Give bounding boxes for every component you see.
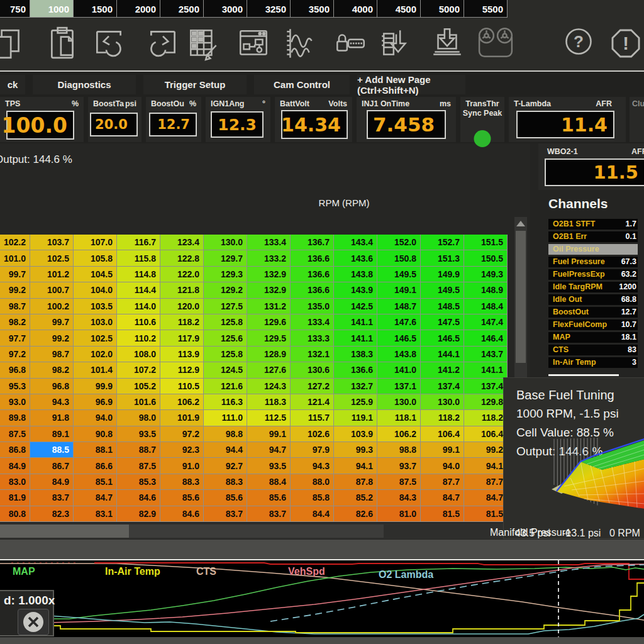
table-cell[interactable]: 88.7 xyxy=(117,442,160,458)
table-cell[interactable]: 93.5 xyxy=(247,458,291,474)
table-cell[interactable]: 127.2 xyxy=(291,379,334,394)
table-cell[interactable]: 85.6 xyxy=(247,490,291,506)
table-cell[interactable]: 82.6 xyxy=(334,506,377,522)
table-cell[interactable]: 84.9 xyxy=(0,458,30,474)
column-header-4000[interactable]: 4000 xyxy=(334,0,377,18)
table-cell[interactable]: 123.4 xyxy=(160,235,204,250)
table-cell[interactable]: 118.2 xyxy=(421,410,464,426)
table-cell[interactable]: 136.6 xyxy=(334,362,377,378)
table-cell[interactable]: 114.4 xyxy=(117,282,160,298)
column-header-3000[interactable]: 3000 xyxy=(204,0,247,18)
table-cell[interactable]: 94.3 xyxy=(291,458,334,474)
table-cell[interactable]: 143.8 xyxy=(377,347,421,362)
channel-boostout[interactable]: BoostOut12.7 xyxy=(548,307,638,318)
table-cell[interactable]: 129.6 xyxy=(247,314,291,330)
table-cell[interactable]: 132.1 xyxy=(291,347,334,362)
table-cell[interactable]: 99.2 xyxy=(0,282,30,298)
table-cell[interactable]: 110.2 xyxy=(117,330,160,346)
splitter-bar[interactable] xyxy=(0,540,644,559)
channel-fuelpressexp[interactable]: FuelPressExp63.2 xyxy=(548,269,638,280)
gauge-transthr-sync[interactable]: TransThr Sync Peak xyxy=(460,97,504,142)
tab-cam-control[interactable]: Cam Control xyxy=(254,75,350,94)
table-cell[interactable]: 84.7 xyxy=(464,490,508,506)
table-cell[interactable]: 129.2 xyxy=(204,282,247,298)
table-cell[interactable]: 118.2 xyxy=(464,410,508,426)
table-cell[interactable]: 110.5 xyxy=(160,379,204,394)
tab-trigger-setup[interactable]: Trigger Setup xyxy=(143,75,247,94)
table-cell[interactable]: 102.0 xyxy=(74,347,117,362)
table-cell[interactable]: 128.9 xyxy=(247,347,291,362)
channel-flexfuelcomp[interactable]: FlexFuelComp10.7 xyxy=(548,319,638,330)
write-laptop-icon[interactable] xyxy=(429,25,465,62)
table-cell[interactable]: 135.0 xyxy=(291,299,334,314)
table-cell[interactable]: 84.6 xyxy=(117,490,160,506)
tab-diagnostics[interactable]: Diagnostics xyxy=(33,75,136,94)
table-cell[interactable]: 99.2 xyxy=(30,330,74,346)
table-cell[interactable]: 98.2 xyxy=(0,314,30,330)
table-cell[interactable]: 85.1 xyxy=(74,474,117,490)
table-cell[interactable]: 150.5 xyxy=(464,250,508,266)
scroll-up-arrow[interactable] xyxy=(516,221,525,226)
table-cell[interactable]: 141.1 xyxy=(334,314,377,330)
table-cell[interactable]: 81.5 xyxy=(421,506,464,522)
table-cell[interactable]: 96.8 xyxy=(0,362,30,378)
table-cell[interactable]: 141.1 xyxy=(464,362,508,378)
table-cell[interactable]: 99.9 xyxy=(74,379,117,394)
column-header-750[interactable]: 750 xyxy=(0,0,30,18)
table-cell[interactable]: 130.0 xyxy=(421,394,464,410)
table-cell[interactable]: 131.2 xyxy=(247,299,291,314)
table-cell[interactable]: 99.1 xyxy=(421,442,464,458)
table-cell[interactable]: 105.8 xyxy=(74,250,117,266)
channel-in-air-temp[interactable]: In-Air Temp3 xyxy=(548,357,638,368)
table-cell[interactable]: 100.2 xyxy=(30,299,74,314)
table-cell[interactable]: 104.0 xyxy=(74,282,117,298)
table-cell[interactable]: 84.6 xyxy=(160,506,204,522)
table-cell[interactable]: 130.6 xyxy=(291,362,334,378)
table-cell[interactable]: 94.1 xyxy=(334,458,377,474)
table-cell[interactable]: 150.8 xyxy=(377,250,421,266)
table-cell[interactable]: 101.6 xyxy=(117,394,160,410)
table-cell[interactable]: 107.2 xyxy=(117,362,160,378)
table-cell[interactable]: 120.0 xyxy=(160,299,204,314)
table-cell[interactable]: 111.0 xyxy=(204,410,247,426)
table-cell[interactable]: 88.0 xyxy=(291,474,334,490)
table-cell[interactable]: 127.6 xyxy=(247,362,291,378)
column-header-3250[interactable]: 3250 xyxy=(247,0,291,18)
table-cell[interactable]: 87.5 xyxy=(0,426,30,442)
table-cell-selected[interactable]: 88.5 xyxy=(30,442,74,458)
table-cell[interactable]: 103.0 xyxy=(74,314,117,330)
table-cell[interactable]: 106.2 xyxy=(160,394,204,410)
table-cell[interactable]: 137.1 xyxy=(377,379,421,394)
table-cell[interactable]: 129.7 xyxy=(204,250,247,266)
table-cell[interactable]: 146.5 xyxy=(421,330,464,346)
table-cell[interactable]: 99.3 xyxy=(334,442,377,458)
table-cell[interactable]: 81.9 xyxy=(0,490,30,506)
table-cell[interactable]: 86.7 xyxy=(30,458,74,474)
table-cell[interactable]: 82.9 xyxy=(117,506,160,522)
channel-o2b1-err[interactable]: O2B1 Err0.1 xyxy=(548,231,638,242)
table-cell[interactable]: 105.2 xyxy=(117,379,160,394)
table-cell[interactable]: 81.5 xyxy=(464,506,508,522)
table-cell[interactable]: 130.0 xyxy=(377,394,421,410)
table-cell[interactable]: 86.8 xyxy=(0,442,30,458)
table-cell[interactable]: 85.3 xyxy=(117,474,160,490)
table-cell[interactable]: 87.5 xyxy=(117,458,160,474)
table-cell[interactable]: 84.7 xyxy=(74,490,117,506)
table-cell[interactable]: 124.3 xyxy=(247,379,291,394)
waveform-icon[interactable] xyxy=(282,25,318,62)
vscroll-thumb[interactable] xyxy=(516,231,526,363)
table-cell[interactable]: 86.6 xyxy=(74,458,117,474)
table-cell[interactable]: 141.0 xyxy=(377,362,421,378)
table-cell[interactable]: 132.9 xyxy=(247,282,291,298)
column-header-3500[interactable]: 3500 xyxy=(291,0,334,18)
table-cell[interactable]: 129.5 xyxy=(247,330,291,346)
table-cell[interactable]: 84.7 xyxy=(421,490,464,506)
table-cell[interactable]: 132.7 xyxy=(334,379,377,394)
table-cell[interactable]: 137.4 xyxy=(464,379,508,394)
paste-icon[interactable] xyxy=(45,25,82,62)
table-cell[interactable]: 85.8 xyxy=(291,490,334,506)
table-cell[interactable]: 83.7 xyxy=(247,506,291,522)
table-cell[interactable]: 143.9 xyxy=(334,282,377,298)
table-cell[interactable]: 96.9 xyxy=(74,394,117,410)
table-cell[interactable]: 125.9 xyxy=(334,394,377,410)
